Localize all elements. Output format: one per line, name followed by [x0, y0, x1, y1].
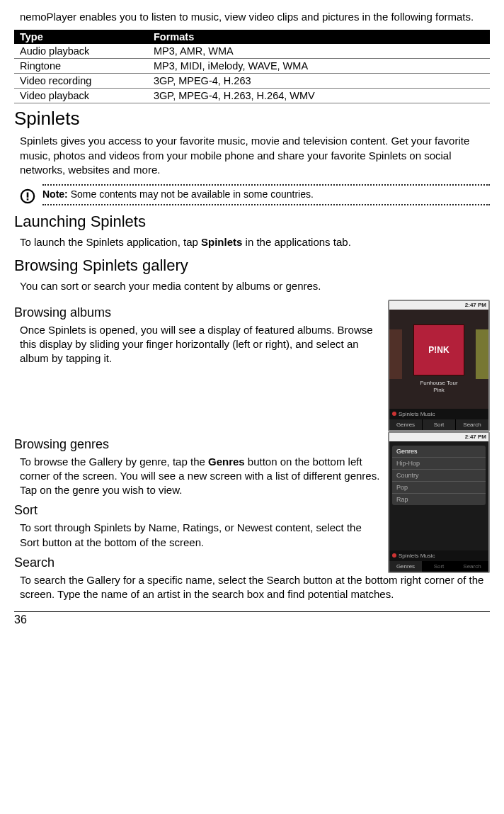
tab-sort[interactable]: Sort — [423, 561, 456, 572]
note-block: Note: Some contents may not be available… — [20, 184, 490, 205]
tab-genres[interactable]: Genres — [389, 561, 423, 572]
screenshot-genres: 2:47 PM Genres Hip-Hop Country Pop Rap S… — [388, 431, 490, 573]
heading-browsing-albums: Browsing albums — [14, 305, 381, 320]
tab-search[interactable]: Search — [456, 561, 488, 572]
th-type: Type — [14, 30, 148, 44]
heading-launching-spinlets: Launching Spinlets — [14, 213, 490, 231]
search-text: To search the Gallery for a specific nam… — [20, 573, 490, 602]
tab-sort[interactable]: Sort — [423, 419, 456, 430]
heading-spinlets: Spinlets — [14, 108, 490, 130]
list-item[interactable]: Pop — [392, 482, 486, 494]
heading-sort: Sort — [14, 503, 381, 518]
spinlets-intro: Spinlets gives you access to your favori… — [20, 134, 490, 177]
table-row: Video playback3GP, MPEG-4, H.263, H.264,… — [14, 89, 490, 103]
heading-browsing-gallery: Browsing Spinlets gallery — [14, 256, 490, 275]
formats-table: Type Formats Audio playbackMP3, AMR, WMA… — [14, 30, 490, 103]
dashed-rule — [42, 204, 490, 205]
list-item[interactable]: Hip-Hop — [392, 458, 486, 470]
page-number: 36 — [14, 614, 27, 626]
table-row: Audio playbackMP3, AMR, WMA — [14, 44, 490, 59]
brand-bar: Spinlets Music — [389, 550, 488, 561]
list-item[interactable]: Country — [392, 470, 486, 482]
tab-bar: Genres Sort Search — [389, 419, 488, 430]
screenshot-albums: 2:47 PM P!NK Funhouse Tour Pink Spinlets… — [388, 300, 490, 431]
brand-bar: Spinlets Music — [389, 409, 488, 419]
tab-bar: Genres Sort Search — [389, 561, 488, 572]
gallery-intro: You can sort or search your media conten… — [20, 279, 490, 293]
note-text: Note: Some contents may not be available… — [42, 186, 490, 204]
tab-search[interactable]: Search — [456, 419, 488, 430]
genres-panel-header: Genres — [392, 446, 486, 458]
page-footer: 36 — [14, 611, 490, 626]
intro-text: nemoPlayer enables you to listen to musi… — [20, 10, 490, 24]
genres-panel: Genres Hip-Hop Country Pop Rap — [392, 446, 486, 505]
table-row: RingtoneMP3, MIDI, iMelody, WAVE, WMA — [14, 59, 490, 74]
alert-icon — [20, 188, 35, 204]
svg-rect-2 — [27, 198, 29, 200]
svg-rect-1 — [27, 193, 29, 198]
album-caption: Funhouse Tour Pink — [420, 380, 457, 393]
tab-genres[interactable]: Genres — [389, 419, 423, 430]
launch-text: To launch the Spinlets application, tap … — [20, 235, 490, 249]
list-item[interactable]: Rap — [392, 494, 486, 505]
status-bar: 2:47 PM — [389, 301, 488, 310]
status-bar: 2:47 PM — [389, 433, 488, 441]
genres-text: To browse the Gallery by genre, tap the … — [20, 455, 381, 498]
album-cover: P!NK — [413, 324, 464, 375]
heading-search: Search — [14, 555, 381, 570]
albums-text: Once Spinlets is opened, you will see a … — [20, 323, 381, 366]
heading-browsing-genres: Browsing genres — [14, 437, 381, 452]
th-formats: Formats — [148, 30, 490, 44]
sort-text: To sort through Spinlets by Name, Rating… — [20, 521, 381, 550]
table-row: Video recording3GP, MPEG-4, H.263 — [14, 74, 490, 89]
